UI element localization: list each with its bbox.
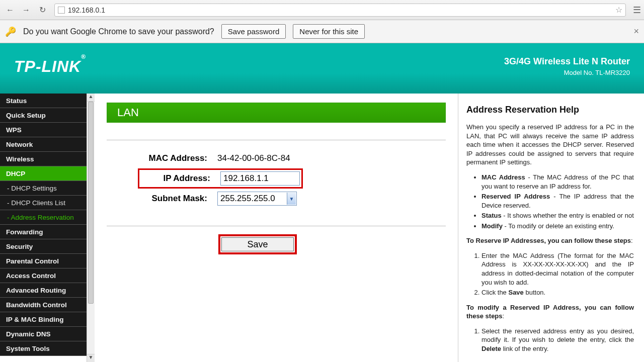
product-name: 3G/4G Wireless Lite N Router: [504, 56, 630, 67]
infobar-close-icon[interactable]: ×: [633, 26, 639, 37]
subnet-mask-label: Subnet Mask:: [107, 194, 217, 204]
sidebar-item-status[interactable]: Status: [0, 94, 87, 108]
scroll-thumb[interactable]: [88, 102, 94, 304]
router-header: TP-LINK® 3G/4G Wireless Lite N Router Mo…: [0, 43, 644, 94]
sidebar-item-wireless[interactable]: Wireless: [0, 152, 87, 166]
scroll-down-arrow[interactable]: ▼: [87, 354, 95, 362]
never-for-site-button[interactable]: Never for this site: [293, 24, 365, 39]
help-intro: When you specify a reserved IP address f…: [466, 123, 634, 167]
browser-toolbar: ← → ↻ 192.168.0.1 ☆ ☰: [0, 0, 644, 20]
main-panel: LAN MAC Address: 34-42-00-06-8C-84 IP Ad…: [95, 94, 456, 362]
page-title: LAN: [107, 103, 446, 123]
save-password-infobar: 🔑 Do you want Google Chrome to save your…: [0, 20, 644, 43]
sidebar-item-advanced-routing[interactable]: Advanced Routing: [0, 283, 87, 298]
page-icon: [58, 7, 65, 14]
help-bullet-modify: Modify - To modify or delete an existing…: [481, 222, 634, 231]
ip-address-input[interactable]: [220, 171, 300, 186]
ip-address-label: IP Address:: [141, 173, 220, 184]
save-button[interactable]: Save: [221, 237, 294, 251]
sidebar-item-security[interactable]: Security: [0, 239, 87, 254]
sidebar-item-wps[interactable]: WPS: [0, 123, 87, 137]
address-bar[interactable]: 192.168.0.1 ☆: [54, 4, 626, 17]
sidebar-item-access-control[interactable]: Access Control: [0, 268, 87, 283]
help-bullet-mac: MAC Address - The MAC Address of the PC …: [481, 173, 634, 191]
forward-button[interactable]: →: [19, 3, 33, 17]
sidebar-item-dhcp-settings[interactable]: - DHCP Settings: [0, 181, 87, 196]
scroll-up-arrow[interactable]: ▲: [87, 94, 95, 102]
sidebar-item-ip-mac-binding[interactable]: IP & MAC Binding: [0, 312, 87, 327]
help-bullet-status: Status - It shows whether the entry is e…: [481, 211, 634, 220]
brand-logo: TP-LINK®: [14, 57, 86, 76]
sidebar-item-network[interactable]: Network: [0, 137, 87, 152]
help-bullet-reserved-ip: Reserved IP Address - The IP address tha…: [481, 192, 634, 210]
key-icon: 🔑: [5, 26, 16, 37]
subnet-mask-value: 255.255.255.0: [220, 194, 275, 204]
sidebar-scrollbar[interactable]: ▲ ▼: [87, 94, 95, 362]
model-number: Model No. TL-MR3220: [504, 69, 630, 76]
sidebar-item-system-tools[interactable]: System Tools: [0, 341, 87, 356]
subnet-mask-select[interactable]: 255.255.255.0 ▼: [217, 192, 297, 206]
infobar-message: Do you want Google Chrome to save your p…: [23, 27, 214, 36]
mac-address-label: MAC Address:: [107, 153, 217, 163]
sidebar-item-forwarding[interactable]: Forwarding: [0, 225, 87, 239]
url-text: 192.168.0.1: [68, 6, 105, 14]
mac-address-value: 34-42-00-06-8C-84: [217, 153, 290, 163]
sidebar-item-address-reservation[interactable]: - Address Reservation: [0, 210, 87, 225]
bookmark-star-icon[interactable]: ☆: [615, 5, 622, 15]
help-step1-2: Click the Save button.: [481, 288, 634, 297]
help-step1-1: Enter the MAC Address (The format for th…: [481, 251, 634, 287]
save-password-button[interactable]: Save password: [221, 24, 286, 39]
divider: [107, 226, 446, 226]
chevron-down-icon: ▼: [287, 193, 296, 205]
help-steps2-title: To modify a Reserved IP Address, you can…: [466, 303, 634, 321]
chrome-menu-icon[interactable]: ☰: [633, 5, 641, 16]
help-panel: Address Reservation Help When you specif…: [458, 94, 644, 353]
sidebar-item-bandwidth-control[interactable]: Bandwidth Control: [0, 298, 87, 312]
sidebar-nav: StatusQuick SetupWPSNetworkWirelessDHCP-…: [0, 94, 87, 362]
divider: [107, 140, 446, 140]
sidebar-item-dynamic-dns[interactable]: Dynamic DNS: [0, 327, 87, 341]
back-button[interactable]: ←: [3, 3, 17, 17]
sidebar-item-dhcp-clients-list[interactable]: - DHCP Clients List: [0, 196, 87, 210]
sidebar-item-parental-control[interactable]: Parental Control: [0, 254, 87, 268]
help-step2-1: Select the reserved address entry as you…: [481, 327, 634, 353]
help-title: Address Reservation Help: [466, 104, 634, 116]
reload-button[interactable]: ↻: [35, 3, 49, 17]
sidebar-item-quick-setup[interactable]: Quick Setup: [0, 108, 87, 123]
sidebar-item-dhcp[interactable]: DHCP: [0, 166, 87, 181]
help-steps1-title: To Reserve IP Addresses, you can follow …: [466, 236, 634, 245]
